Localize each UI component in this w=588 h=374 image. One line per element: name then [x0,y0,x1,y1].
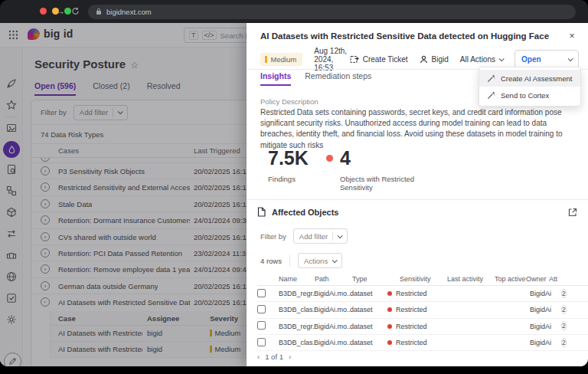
drawer-actions: Create Ticket Bigid All Actions Open [350,50,579,68]
attributes-count-pill[interactable]: 2 [561,321,567,330]
affected-table-row[interactable]: B3DB_clas... BigidAi.mo... dataset Restr… [257,335,588,351]
column-header[interactable]: Name [279,273,315,285]
row-checkbox[interactable] [257,305,266,313]
column-header[interactable]: Owner [526,273,549,285]
menu-item-send-to-cortex[interactable]: Send to Cortex [479,87,580,103]
sensitivity-cell: Restricted [387,306,435,313]
drawer-tabs: Insights Remediation steps [260,71,371,86]
affected-table-row[interactable]: B3DB_regr... BigidAi.mo... dataset Restr… [257,286,588,302]
column-header[interactable]: Att [549,273,557,285]
add-filter-button[interactable]: Add filter [293,228,348,244]
affected-table-body: B3DB_regr... BigidAi.mo... dataset Restr… [257,286,588,351]
browser-window: → bigidnext.com big id T </> Search in B… [0,0,588,374]
sensitivity-cell: Restricted [387,290,435,297]
restricted-dot-icon [387,340,392,345]
close-window-icon[interactable] [40,8,47,15]
object-owner: BigidAi [530,339,561,346]
assignee-button[interactable]: Bigid [420,55,449,64]
restricted-dot-icon [387,307,392,312]
app-viewport: big id T </> Search in BigID by <> [0,23,588,366]
severity-badge: Medium [260,53,302,66]
url-text: bigidnext.com [106,8,152,16]
actions-button[interactable]: Actions [298,253,342,268]
object-path: BigidAi.mo... [314,339,350,346]
affected-pagination: ‹ 1 of 1 › [257,353,291,361]
column-header[interactable]: Path [315,273,352,285]
findings-label: Findings [268,175,309,183]
object-name: B3DB_clas... [279,306,314,313]
row-checkbox[interactable] [257,338,266,346]
forward-icon[interactable]: → [55,5,65,18]
status-select[interactable]: Open [514,50,579,68]
prev-page-icon[interactable]: ‹ [257,353,260,361]
row-checkbox[interactable] [257,321,266,330]
chevron-down-icon [568,56,573,61]
col-spacer [257,273,279,285]
filter-by-label: Filter by [260,232,286,241]
attributes-count-pill[interactable]: 2 [561,338,567,347]
restricted-objects-stat: 4 Objects with Restricted Sensitivity [326,147,430,192]
policy-description-label: Policy Description [260,97,318,106]
column-header[interactable]: Last activity [447,273,495,285]
affected-toolbar: 4 rows Actions [260,253,342,268]
actions-dropdown-menu: Create AI Assessment Send to Cortex [479,67,581,107]
object-type: dataset [350,323,387,330]
attributes-count-pill[interactable]: 2 [561,289,567,298]
tab-insights[interactable]: Insights [260,71,291,86]
affected-table-row[interactable]: B3DB_clas... BigidAi.mo... dataset Restr… [257,302,588,318]
attributes-count-pill[interactable]: 2 [561,305,567,314]
drawer-title: AI Datasets with Restricted Sensitive Da… [260,31,556,41]
affected-table-row[interactable]: B3DB_regr... BigidAi.mo... dataset Restr… [257,319,588,335]
restricted-dot-icon [387,324,392,329]
document-icon [257,207,266,217]
column-header[interactable]: Sensitivity [400,273,447,285]
object-name: B3DB_regr... [279,290,314,297]
case-timestamp: Aug 12th, 2024, 16:53 [314,47,349,72]
wand-icon [487,74,495,83]
menu-item-create-ai-assessment[interactable]: Create AI Assessment [479,70,580,87]
object-owner: BigidAi [530,306,561,313]
affected-objects-header: Affected Objects [257,207,577,217]
object-path: BigidAi.mo... [314,290,350,297]
object-type: dataset [350,290,387,297]
restricted-objects-value: 4 [340,147,351,169]
object-path: BigidAi.mo... [314,323,350,330]
tab-remediation-steps[interactable]: Remediation steps [305,71,371,86]
close-icon[interactable]: × [565,29,579,43]
divider [247,199,588,200]
column-header[interactable]: Top active a... [495,273,526,285]
chevron-down-icon [499,56,505,61]
address-bar[interactable]: bigidnext.com [88,5,576,19]
sensitivity-cell: Restricted [387,323,435,330]
page-indicator: 1 of 1 [265,353,283,361]
all-actions-button[interactable]: All Actions [460,55,503,64]
affected-filter-bar: Filter by Add filter [260,228,348,244]
findings-stat: 7.5K Findings [268,147,309,183]
wand-icon [487,91,495,100]
object-owner: BigidAi [530,323,561,330]
browser-chrome: → bigidnext.com [0,0,588,23]
object-type: dataset [350,306,387,313]
object-type: dataset [350,339,387,346]
findings-value: 7.5K [268,147,309,169]
ticket-icon [350,55,359,64]
maximize-window-icon[interactable] [64,8,71,15]
reload-icon[interactable] [71,5,80,15]
severity-bar-icon [265,56,267,63]
row-count: 4 rows [260,257,282,265]
sensitivity-cell: Restricted [387,339,435,346]
policy-description-text: Restricted Data sets containing password… [260,107,582,151]
row-checkbox[interactable] [257,289,266,297]
next-page-icon[interactable]: › [289,353,291,361]
chevron-down-icon [332,258,338,263]
object-name: B3DB_regr... [279,323,314,330]
object-owner: BigidAi [530,290,561,297]
affected-objects-title: Affected Objects [272,208,338,217]
create-ticket-button[interactable]: Create Ticket [350,55,408,64]
person-icon [420,55,428,64]
external-link-icon[interactable] [568,208,577,217]
restricted-objects-label: Objects with Restricted Sensitivity [340,175,430,192]
column-header[interactable]: Type [352,273,400,285]
chevron-down-icon [338,233,343,238]
object-path: BigidAi.mo... [314,306,350,313]
